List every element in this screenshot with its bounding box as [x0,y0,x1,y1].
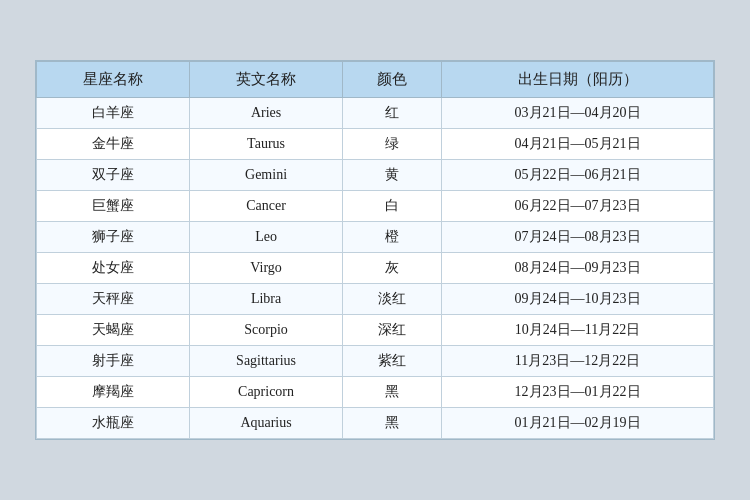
cell-english-name: Leo [190,222,343,253]
cell-color: 黑 [343,408,442,439]
cell-english-name: Aries [190,98,343,129]
cell-english-name: Sagittarius [190,346,343,377]
cell-chinese-name: 射手座 [37,346,190,377]
cell-color: 白 [343,191,442,222]
cell-color: 黑 [343,377,442,408]
cell-dates: 08月24日—09月23日 [442,253,714,284]
cell-chinese-name: 天蝎座 [37,315,190,346]
cell-chinese-name: 白羊座 [37,98,190,129]
header-dates: 出生日期（阳历） [442,62,714,98]
cell-chinese-name: 摩羯座 [37,377,190,408]
table-row: 狮子座Leo橙07月24日—08月23日 [37,222,714,253]
cell-english-name: Aquarius [190,408,343,439]
cell-chinese-name: 狮子座 [37,222,190,253]
table-row: 巨蟹座Cancer白06月22日—07月23日 [37,191,714,222]
table-body: 白羊座Aries红03月21日—04月20日金牛座Taurus绿04月21日—0… [37,98,714,439]
cell-color: 深红 [343,315,442,346]
table-row: 水瓶座Aquarius黑01月21日—02月19日 [37,408,714,439]
header-color: 颜色 [343,62,442,98]
cell-chinese-name: 处女座 [37,253,190,284]
zodiac-table-container: 星座名称 英文名称 颜色 出生日期（阳历） 白羊座Aries红03月21日—04… [35,60,715,440]
cell-dates: 04月21日—05月21日 [442,129,714,160]
cell-english-name: Virgo [190,253,343,284]
cell-dates: 12月23日—01月22日 [442,377,714,408]
header-chinese-name: 星座名称 [37,62,190,98]
cell-dates: 01月21日—02月19日 [442,408,714,439]
cell-english-name: Capricorn [190,377,343,408]
header-english-name: 英文名称 [190,62,343,98]
cell-chinese-name: 金牛座 [37,129,190,160]
cell-english-name: Taurus [190,129,343,160]
cell-chinese-name: 双子座 [37,160,190,191]
cell-english-name: Libra [190,284,343,315]
zodiac-table: 星座名称 英文名称 颜色 出生日期（阳历） 白羊座Aries红03月21日—04… [36,61,714,439]
cell-dates: 11月23日—12月22日 [442,346,714,377]
table-row: 射手座Sagittarius紫红11月23日—12月22日 [37,346,714,377]
cell-english-name: Scorpio [190,315,343,346]
table-row: 天蝎座Scorpio深红10月24日—11月22日 [37,315,714,346]
cell-dates: 05月22日—06月21日 [442,160,714,191]
cell-dates: 10月24日—11月22日 [442,315,714,346]
table-row: 天秤座Libra淡红09月24日—10月23日 [37,284,714,315]
cell-chinese-name: 天秤座 [37,284,190,315]
table-row: 白羊座Aries红03月21日—04月20日 [37,98,714,129]
table-header-row: 星座名称 英文名称 颜色 出生日期（阳历） [37,62,714,98]
cell-dates: 03月21日—04月20日 [442,98,714,129]
cell-color: 橙 [343,222,442,253]
cell-color: 黄 [343,160,442,191]
table-row: 处女座Virgo灰08月24日—09月23日 [37,253,714,284]
cell-color: 绿 [343,129,442,160]
table-row: 金牛座Taurus绿04月21日—05月21日 [37,129,714,160]
cell-color: 紫红 [343,346,442,377]
cell-color: 红 [343,98,442,129]
cell-english-name: Gemini [190,160,343,191]
table-row: 双子座Gemini黄05月22日—06月21日 [37,160,714,191]
table-row: 摩羯座Capricorn黑12月23日—01月22日 [37,377,714,408]
cell-dates: 07月24日—08月23日 [442,222,714,253]
cell-color: 淡红 [343,284,442,315]
cell-chinese-name: 水瓶座 [37,408,190,439]
cell-chinese-name: 巨蟹座 [37,191,190,222]
cell-dates: 06月22日—07月23日 [442,191,714,222]
cell-dates: 09月24日—10月23日 [442,284,714,315]
cell-english-name: Cancer [190,191,343,222]
cell-color: 灰 [343,253,442,284]
